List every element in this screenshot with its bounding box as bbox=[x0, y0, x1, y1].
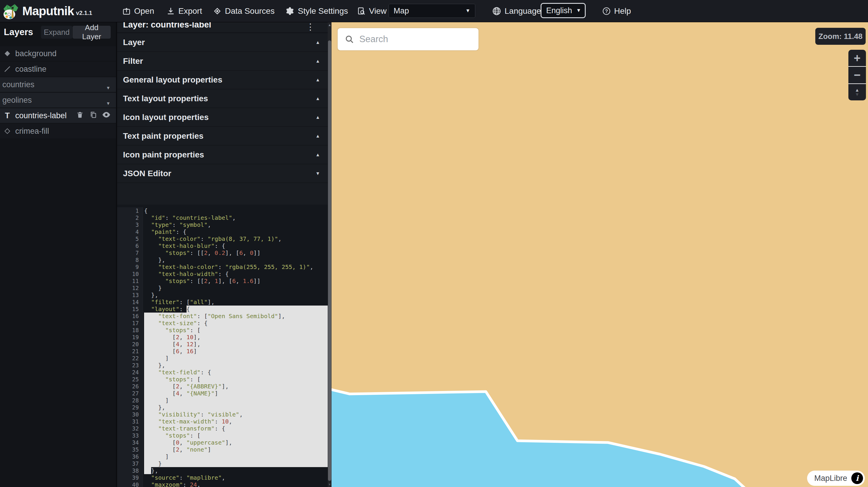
code-line-34[interactable]: 34 [0, "uppercase"], bbox=[117, 439, 328, 446]
language-select-value: English bbox=[546, 6, 572, 15]
code-line-40[interactable]: 40 "maxzoom": 24, bbox=[117, 481, 328, 487]
code-line-15[interactable]: 15 "layout": { bbox=[117, 305, 328, 313]
language-select[interactable]: English ▼ bbox=[540, 3, 586, 18]
layer-options-button[interactable]: ⋮ bbox=[306, 22, 315, 32]
svg-text:?: ? bbox=[605, 8, 608, 13]
code-line-21[interactable]: 21 [6, 16] bbox=[117, 348, 328, 355]
view-select[interactable]: Map ▼ bbox=[389, 4, 475, 18]
section-layer[interactable]: Layer▲ bbox=[117, 33, 328, 52]
delete-layer-button[interactable] bbox=[75, 111, 84, 120]
compass-button[interactable]: ▲ ▼ bbox=[848, 84, 866, 100]
code-line-9[interactable]: 9 "text-halo-color": "rgba(255, 255, 255… bbox=[117, 263, 328, 270]
sidebar-layer-countries[interactable]: countries▾ bbox=[0, 77, 116, 92]
code-line-13[interactable]: 13 }, bbox=[117, 292, 328, 298]
line-number: 40 bbox=[117, 481, 143, 487]
code-line-20[interactable]: 20 [4, 12], bbox=[117, 341, 328, 348]
sidebar-layer-crimea-fill[interactable]: crimea-fill bbox=[0, 124, 116, 138]
data-sources-button[interactable]: Data Sources bbox=[213, 0, 275, 22]
map-canvas[interactable]: Zoom: 11.48 + − ▲ ▼ MapLibre i bbox=[332, 22, 868, 487]
code-line-35[interactable]: 35 [2, "none"] bbox=[117, 446, 328, 453]
view-select-value: Map bbox=[394, 6, 409, 15]
layer-label: coastline bbox=[15, 65, 46, 74]
section-text-layout-properties[interactable]: Text layout properties▲ bbox=[117, 89, 328, 108]
compass-up-icon: ▲ bbox=[855, 88, 860, 92]
app-version: v2.1.1 bbox=[76, 10, 92, 17]
code-line-38[interactable]: 38 }, bbox=[117, 467, 328, 474]
code-line-12[interactable]: 12 } bbox=[117, 285, 328, 292]
zoom-in-button[interactable]: + bbox=[848, 50, 866, 66]
code-line-25[interactable]: 25 "stops": [ bbox=[117, 376, 328, 383]
add-layer-button[interactable]: Add Layer bbox=[73, 26, 111, 39]
style-settings-button[interactable]: Style Settings bbox=[285, 0, 348, 22]
code-line-26[interactable]: 26 [2, "{ABBREV}"], bbox=[117, 383, 328, 390]
zoom-out-button[interactable]: − bbox=[848, 66, 866, 83]
code-line-36[interactable]: 36 ] bbox=[117, 453, 328, 460]
search-input[interactable] bbox=[359, 34, 477, 45]
sidebar-layer-coastline[interactable]: coastline bbox=[0, 62, 116, 76]
code-line-22[interactable]: 22 ] bbox=[117, 355, 328, 362]
line-number: 24 bbox=[117, 369, 143, 376]
code-line-16[interactable]: 16 "text-font": ["Open Sans Semibold"], bbox=[117, 313, 328, 320]
help-button[interactable]: ? Help bbox=[602, 0, 631, 22]
export-button[interactable]: Export bbox=[166, 0, 202, 22]
section-label: Layer bbox=[123, 38, 145, 47]
export-label: Export bbox=[178, 6, 202, 16]
line-number: 21 bbox=[117, 348, 143, 355]
expand-button[interactable]: Expand bbox=[41, 26, 72, 39]
section-text-paint-properties[interactable]: Text paint properties▲ bbox=[117, 127, 328, 145]
attribution-link[interactable]: MapLibre bbox=[814, 474, 847, 483]
toolbar: Maputnik v2.1.1 Open Export Data Sources bbox=[0, 0, 868, 22]
code-line-30[interactable]: 30 "visibility": "visible", bbox=[117, 411, 328, 418]
code-line-11[interactable]: 11 "stops": [[2, 1], [6, 1.6]] bbox=[117, 278, 328, 285]
layer-label: countries-label bbox=[15, 111, 67, 120]
code-line-33[interactable]: 33 "stops": [ bbox=[117, 432, 328, 439]
section-icon-paint-properties[interactable]: Icon paint properties▲ bbox=[117, 145, 328, 164]
code-line-1[interactable]: 1{ bbox=[117, 207, 328, 214]
sidebar-layer-countries-label[interactable]: Tcountries-label bbox=[0, 108, 116, 123]
code-line-3[interactable]: 3 "type": "symbol", bbox=[117, 221, 328, 228]
section-label: Icon layout properties bbox=[123, 113, 209, 122]
duplicate-layer-button[interactable] bbox=[89, 111, 97, 120]
code-line-18[interactable]: 18 "stops": [ bbox=[117, 327, 328, 334]
scrollbar-down-arrow-icon[interactable]: ▼ bbox=[328, 483, 332, 486]
code-line-10[interactable]: 10 "text-halo-width": { bbox=[117, 270, 328, 278]
code-line-39[interactable]: 39 "source": "maplibre", bbox=[117, 474, 328, 481]
code-line-8[interactable]: 8 }, bbox=[117, 256, 328, 263]
line-number: 23 bbox=[117, 362, 143, 369]
code-line-2[interactable]: 2 "id": "countries-label", bbox=[117, 214, 328, 221]
code-line-7[interactable]: 7 "stops": [[2, 0.2], [6, 0]] bbox=[117, 249, 328, 256]
code-line-17[interactable]: 17 "text-size": { bbox=[117, 320, 328, 327]
editor-scrollbar[interactable]: ▲ ▼ bbox=[328, 22, 332, 487]
section-json-editor[interactable]: JSON Editor▼ bbox=[117, 164, 328, 183]
open-button[interactable]: Open bbox=[122, 0, 154, 22]
code-line-24[interactable]: 24 "text-field": { bbox=[117, 369, 328, 376]
info-icon[interactable]: i bbox=[851, 473, 863, 484]
scrollbar-up-arrow-icon[interactable]: ▲ bbox=[328, 23, 332, 27]
map-search-box bbox=[338, 28, 478, 50]
map-nav-controls: + − ▲ ▼ bbox=[848, 50, 866, 100]
code-line-28[interactable]: 28 ] bbox=[117, 397, 328, 404]
section-filter[interactable]: Filter▲ bbox=[117, 52, 328, 70]
code-line-29[interactable]: 29 }, bbox=[117, 404, 328, 411]
layers-panel-title: Layers bbox=[4, 27, 33, 37]
code-line-5[interactable]: 5 "text-color": "rgba(8, 37, 77, 1)", bbox=[117, 235, 328, 242]
code-line-37[interactable]: 37 } bbox=[117, 460, 328, 467]
code-line-14[interactable]: 14 "filter": ["all"], bbox=[117, 298, 328, 305]
water-polygon bbox=[332, 389, 755, 487]
code-line-6[interactable]: 6 "text-halo-blur": { bbox=[117, 242, 328, 249]
section-icon-layout-properties[interactable]: Icon layout properties▲ bbox=[117, 108, 328, 127]
code-line-32[interactable]: 32 "text-transform": { bbox=[117, 425, 328, 432]
line-number: 27 bbox=[117, 390, 143, 397]
chevron-up-icon: ▲ bbox=[315, 77, 320, 83]
code-line-31[interactable]: 31 "text-max-width": 10, bbox=[117, 418, 328, 425]
code-line-19[interactable]: 19 [2, 10], bbox=[117, 334, 328, 341]
sidebar-layer-geolines[interactable]: geolines▾ bbox=[0, 93, 116, 107]
scrollbar-thumb[interactable] bbox=[328, 40, 331, 481]
sidebar-layer-background[interactable]: background bbox=[0, 46, 116, 61]
code-line-27[interactable]: 27 [4, "{NAME}"] bbox=[117, 390, 328, 397]
section-general-layout-properties[interactable]: General layout properties▲ bbox=[117, 70, 328, 89]
code-line-23[interactable]: 23 }, bbox=[117, 362, 328, 369]
code-line-4[interactable]: 4 "paint": { bbox=[117, 228, 328, 235]
visibility-layer-button[interactable] bbox=[102, 111, 111, 120]
json-editor-code[interactable]: 1{2 "id": "countries-label",3 "type": "s… bbox=[117, 204, 328, 487]
